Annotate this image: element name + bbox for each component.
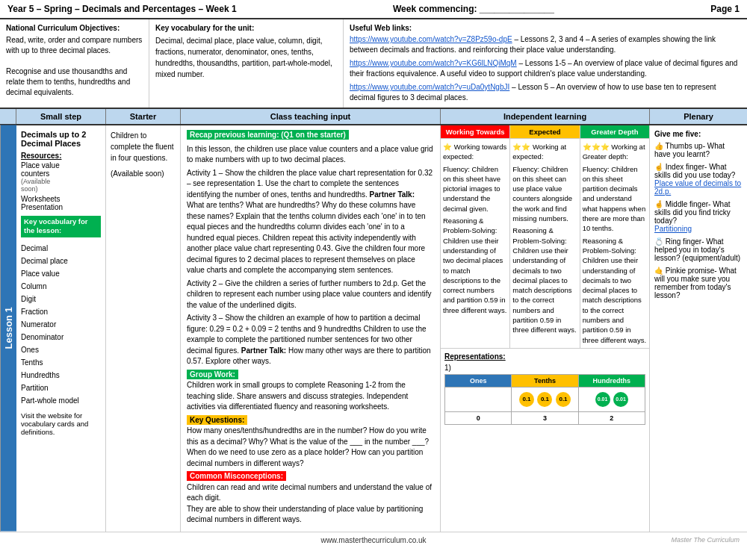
useful-links-title: Useful Web links: xyxy=(350,24,741,32)
misconceptions-text: Children can read and write decimal numb… xyxy=(187,482,434,526)
footer: www.masterthecurriculum.co.uk Master The… xyxy=(0,532,747,548)
resource-2: WorksheetsPresentation xyxy=(21,195,101,211)
plenary-col: Give me five: 👍 Thumbs up- What have you… xyxy=(650,125,747,532)
nc-objectives-text: Read, write, order and compare numbers w… xyxy=(6,35,143,98)
small-step-col: Decimals up to 2 Decimal Places Resource… xyxy=(16,125,106,532)
ring-icon: 💍 xyxy=(654,237,663,246)
resource-1: Place valuecounters xyxy=(21,161,101,178)
activity3: Activity 3 – Show the children an exampl… xyxy=(187,313,434,367)
pinkie-icon: 🤙 xyxy=(654,267,663,275)
nc-objectives-col: National Curriculum Objectives: Read, wr… xyxy=(0,19,149,108)
small-step-title: Decimals up to 2 Decimal Places xyxy=(21,130,101,148)
representations: Representations: 1) Ones Tenths Hundredt… xyxy=(441,349,649,429)
pv-cell-ones-num: 0 xyxy=(445,411,512,424)
useful-links-col: Useful Web links: https://www.youtube.co… xyxy=(344,19,747,108)
greater-depth-col: ⭐⭐⭐ Working at Greater depth: Fluency: C… xyxy=(580,139,649,348)
ind-sub-headers: Working Towards Expected Greater Depth xyxy=(441,125,649,139)
col-header-independent: Independent learning xyxy=(441,109,650,124)
pv-header-hundredths: Hundredths xyxy=(578,374,645,387)
vocab-list: Decimal Decimal place Place value Column… xyxy=(21,242,101,407)
activity1: Activity 1 – Show the children the place… xyxy=(187,168,434,276)
starter-col: Children to complete the fluent in four … xyxy=(106,125,181,532)
nc-objectives-title: National Curriculum Objectives: xyxy=(6,24,143,32)
group-work-text: Children work in small groups to complet… xyxy=(187,380,434,413)
col-header-small-step: Small step xyxy=(16,109,106,124)
working-towards-header: Working Towards xyxy=(441,125,510,138)
plenary-pinkie: 🤙 Pinkie promise- What will you make sur… xyxy=(654,267,743,299)
link2[interactable]: https://www.youtube.com/watch?v=KG6lLNQi… xyxy=(350,59,517,67)
key-q-text: How many ones/tenths/hundredths are in t… xyxy=(187,426,434,469)
col-header-spacer xyxy=(0,109,16,124)
pv-header-ones: Ones xyxy=(445,374,512,387)
header-page: Page 1 xyxy=(710,4,740,14)
plenary-index: ☝️ Index finger- What skills did you use… xyxy=(654,163,743,196)
plenary-middle: 🤞 Middle finger- What skills did you fin… xyxy=(654,200,743,233)
key-vocab-label: Key vocabulary for the lesson: xyxy=(21,216,101,240)
place-value-table: Ones Tenths Hundredths 0.1 0.1 0.1 xyxy=(444,374,645,425)
col-header-teaching: Class teaching input xyxy=(181,109,441,124)
link3[interactable]: https://www.youtube.com/watch?v=uDa0ytNg… xyxy=(350,83,509,91)
rep-title: Representations: xyxy=(444,352,645,361)
visit-text: Visit the website for vocabulary cards a… xyxy=(21,411,101,436)
main-content-row: Lesson 1 Decimals up to 2 Decimal Places… xyxy=(0,125,747,532)
plenary-thumbs: 👍 Thumbs up- What have you learnt? xyxy=(654,142,743,158)
key-q-header: Key Questions: xyxy=(187,415,434,426)
key-vocab-text: Decimal, decimal place, place value, col… xyxy=(155,35,337,80)
teaching-col: Recap previous learning: (Q1 on the star… xyxy=(181,125,441,532)
key-vocab-title: Key vocabulary for the unit: xyxy=(155,24,337,32)
middle-icon: 🤞 xyxy=(654,200,663,208)
starter-text: Children to complete the fluent in four … xyxy=(111,130,176,164)
starter-available: (Available soon) xyxy=(111,169,176,178)
index-blue-text: Place value of decimals to 2d.p. xyxy=(654,179,741,196)
footer-brand: Master The Curriculum xyxy=(671,536,740,544)
activity1-intro: In this lesson, the children use place v… xyxy=(187,144,434,166)
greater-depth-header: Greater Depth xyxy=(580,125,649,138)
pv-cell-tenths-circles: 0.1 0.1 0.1 xyxy=(512,387,578,411)
pv-cell-tenths-num: 3 xyxy=(512,411,578,424)
pv-cell-hundredths-num: 2 xyxy=(578,411,645,424)
misconceptions-header: Common Misconceptions: xyxy=(187,471,434,482)
expected-col: ⭐⭐ Working at expected: Fluency: Childre… xyxy=(510,139,580,348)
rep-number: 1) xyxy=(444,364,645,372)
thumbs-icon: 👍 xyxy=(654,142,663,150)
column-headers: Small step Starter Class teaching input … xyxy=(0,109,747,125)
resource-available: (Availablesoon) xyxy=(21,178,101,193)
pv-header-tenths: Tenths xyxy=(512,374,578,387)
footer-text: www.masterthecurriculum.co.uk xyxy=(320,536,426,544)
expected-header: Expected xyxy=(510,125,580,138)
col-header-starter: Starter xyxy=(106,109,181,124)
plenary-ring: 💍 Ring finger- What helped you in today'… xyxy=(654,237,743,262)
header-title: Year 5 – Spring – Decimals and Percentag… xyxy=(7,4,237,14)
header: Year 5 – Spring – Decimals and Percentag… xyxy=(0,0,747,19)
plenary-intro: Give me five: xyxy=(654,130,743,138)
lesson-label: Lesson 1 xyxy=(0,125,16,532)
resources-label: Resources: xyxy=(21,152,101,160)
key-vocab-col: Key vocabulary for the unit: Decimal, de… xyxy=(149,19,344,108)
col-header-plenary: Plenary xyxy=(650,109,747,124)
pv-cell-hundredths-circles: 0.01 0.01 xyxy=(578,387,645,411)
middle-blue-text: Partitioning xyxy=(654,225,692,233)
activity2: Activity 2 – Give the children a series … xyxy=(187,279,434,311)
working-towards-col: ⭐ Working towards expected: Fluency: Chi… xyxy=(441,139,510,348)
header-week: Week commencing: _______________ xyxy=(393,4,554,14)
independent-col: Working Towards Expected Greater Depth ⭐… xyxy=(441,125,650,532)
group-work-header: Group Work: xyxy=(187,370,434,381)
recap-header: Recap previous learning: (Q1 on the star… xyxy=(187,130,434,141)
index-icon: ☝️ xyxy=(654,163,663,171)
link1[interactable]: https://www.youtube.com/watch?v=Z8Pz59o-… xyxy=(350,35,512,43)
pv-cell-ones-circles xyxy=(445,387,512,411)
ind-content: ⭐ Working towards expected: Fluency: Chi… xyxy=(441,139,649,349)
info-row: National Curriculum Objectives: Read, wr… xyxy=(0,19,747,109)
